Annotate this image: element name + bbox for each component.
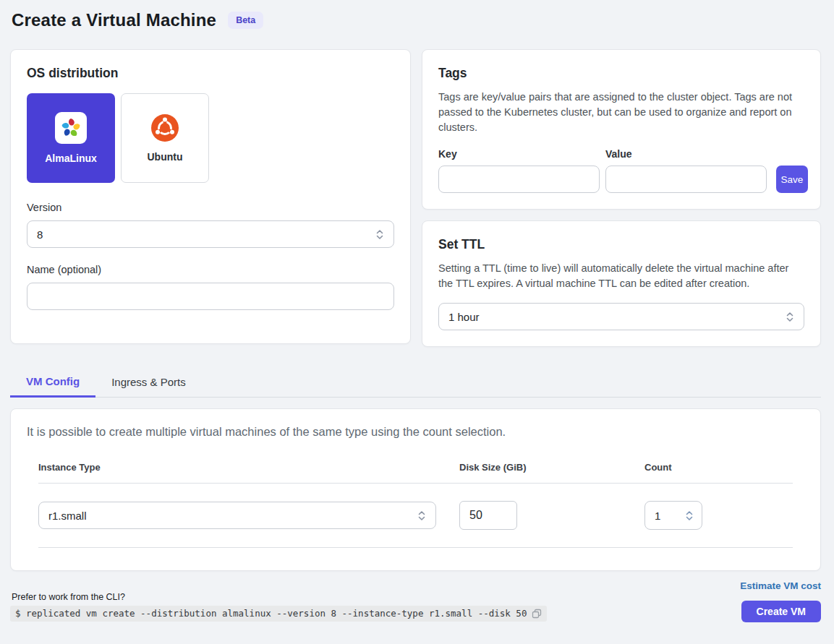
beta-badge: Beta [228, 12, 263, 29]
ttl-select[interactable]: 1 hour [438, 303, 804, 330]
save-tag-button[interactable]: Save [776, 166, 808, 193]
os-tile-ubuntu[interactable]: Ubuntu [121, 93, 209, 183]
cli-section: Prefer to work from the CLI? $ replicate… [10, 592, 740, 622]
tab-ingress-ports[interactable]: Ingress & Ports [95, 366, 202, 398]
count-stepper[interactable]: 1 [644, 501, 702, 530]
page-header: Create a Virtual Machine Beta [12, 10, 821, 30]
tag-key-label: Key [438, 148, 600, 160]
right-column: Tags Tags are key/value pairs that are a… [422, 49, 821, 347]
set-ttl-card: Set TTL Setting a TTL (time to live) wil… [422, 220, 821, 347]
os-tiles: AlmaLinux [27, 93, 394, 183]
page-footer: Prefer to work from the CLI? $ replicate… [10, 580, 821, 622]
tags-card-description: Tags are key/value pairs that are assign… [438, 90, 804, 135]
column-instance-type: Instance Type [38, 462, 459, 483]
column-disk-size: Disk Size (GiB) [459, 462, 644, 483]
chevron-updown-icon [417, 510, 426, 521]
os-tile-almalinux[interactable]: AlmaLinux [27, 93, 115, 183]
tags-card-title: Tags [438, 66, 804, 81]
config-tabs: VM Config Ingress & Ports [10, 366, 821, 398]
tags-form: Key Value Save [438, 148, 804, 193]
cli-command-block: $ replicated vm create --distribution al… [10, 606, 547, 622]
count-value: 1 [655, 510, 660, 522]
estimate-vm-cost-link[interactable]: Estimate VM cost [740, 580, 821, 591]
top-cards-row: OS distribution [10, 49, 821, 347]
version-select[interactable]: 8 [27, 220, 394, 248]
cli-command-text: $ replicated vm create --distribution al… [15, 608, 527, 619]
chevron-updown-icon [685, 510, 694, 521]
ttl-card-description: Setting a TTL (time to live) will automa… [438, 261, 804, 291]
column-count: Count [644, 462, 793, 483]
tab-vm-config[interactable]: VM Config [10, 366, 95, 398]
cli-prompt-text: Prefer to work from the CLI? [12, 592, 740, 602]
tag-key-input[interactable] [438, 166, 600, 193]
instances-table-header: Instance Type Disk Size (GiB) Count [38, 462, 793, 484]
disk-size-input[interactable] [459, 501, 517, 530]
vm-config-intro: It is possible to create multiple virtua… [27, 425, 804, 439]
os-distribution-card: OS distribution [10, 49, 411, 344]
os-tile-ubuntu-label: Ubuntu [148, 151, 183, 163]
instance-type-value: r1.small [48, 510, 87, 522]
instances-table: Instance Type Disk Size (GiB) Count r1.s… [38, 462, 793, 548]
instance-row: r1.small 1 [38, 484, 793, 548]
tag-value-input[interactable] [605, 166, 767, 193]
footer-actions: Estimate VM cost Create VM [740, 580, 821, 622]
ubuntu-logo-icon [150, 113, 179, 142]
vm-config-card: It is possible to create multiple virtua… [10, 408, 821, 571]
version-label: Version [27, 202, 394, 213]
create-vm-button[interactable]: Create VM [741, 601, 821, 622]
version-select-value: 8 [37, 228, 43, 241]
almalinux-logo-icon [55, 112, 87, 144]
os-tile-almalinux-label: AlmaLinux [45, 153, 97, 164]
copy-icon[interactable] [532, 609, 542, 619]
ttl-card-title: Set TTL [438, 237, 804, 252]
tag-value-label: Value [605, 148, 767, 160]
page-title: Create a Virtual Machine [12, 10, 216, 30]
name-input[interactable] [27, 283, 394, 310]
chevron-updown-icon [786, 312, 794, 322]
os-card-title: OS distribution [27, 66, 394, 81]
ttl-select-value: 1 hour [448, 311, 480, 323]
chevron-updown-icon [375, 229, 384, 240]
instance-type-select[interactable]: r1.small [38, 502, 436, 529]
create-vm-page: Create a Virtual Machine Beta OS distrib… [0, 0, 834, 622]
name-label: Name (optional) [27, 264, 394, 275]
tags-card: Tags Tags are key/value pairs that are a… [422, 49, 821, 210]
